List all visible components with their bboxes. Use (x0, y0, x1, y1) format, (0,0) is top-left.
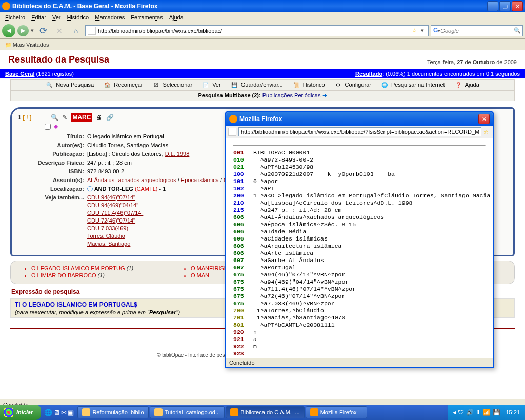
stop-button[interactable]: ✕ (52, 24, 67, 38)
related-link[interactable]: O LEGADO ISLAMICO EM PORTUG (31, 265, 125, 271)
find-icon[interactable]: 🔍 (51, 114, 58, 121)
related-link[interactable]: O LIMIAR DO BARROCO (31, 272, 96, 278)
action-toolbar: Nova Pesquisa Recomeçar Seleccionar Ver … (10, 79, 515, 91)
url-dropdown-icon[interactable]: ▾ (419, 27, 426, 34)
recomecar-button[interactable]: Recomeçar (102, 82, 145, 88)
menu-edit[interactable]: Editar (28, 13, 49, 22)
print-icon[interactable]: 🖨 (96, 114, 102, 121)
menu-file[interactable]: FFicheiroicheiro (2, 13, 28, 22)
page-date: Terça-feira, 27 de Outubro de 2009 (427, 59, 517, 65)
search-input[interactable] (440, 28, 512, 34)
marc-popup-window: Mozilla Firefox ✕ ☆ 001 BIBLIOPAC-000001… (225, 111, 494, 368)
multibase-row: Pesquisa Multibase (2): Publicações Peri… (10, 91, 515, 101)
minimize-button[interactable]: _ (487, 1, 498, 11)
task-item[interactable]: Tutorial_catalogo.od... (150, 406, 225, 418)
base-link[interactable]: Base Geral (5, 71, 34, 77)
popup-url-bar: ☆ (226, 126, 493, 138)
bookmarks-bar: Mais Visitados (0, 39, 525, 50)
bookmark-star-icon[interactable]: ☆ (410, 27, 419, 34)
taskbar: Iniciar 🌐 🖥 ✉ ▣ Reformulação_biblio Tuto… (0, 405, 525, 420)
task-item[interactable]: Mozilla Firefox (306, 406, 367, 418)
window-controls: _ ▢ ✕ (487, 1, 523, 11)
tray-icon[interactable]: 🛡 (458, 409, 464, 416)
edit-icon[interactable]: ✎ (62, 114, 67, 121)
ver-button[interactable]: Ver (200, 82, 223, 88)
menu-tools[interactable]: Ferramentas (128, 13, 166, 22)
home-button[interactable]: ⌂ (69, 24, 83, 38)
start-button[interactable]: Iniciar (0, 405, 41, 420)
page-title: Resultado da Pesquisa (8, 54, 109, 65)
tray-icon[interactable]: ⬆ (476, 409, 481, 416)
nav-dropdown[interactable]: ▾ (31, 27, 34, 34)
app-icon[interactable]: ▣ (68, 409, 74, 416)
related-link[interactable]: O MAN (191, 272, 209, 278)
nav-toolbar: ◀ ▶ ▾ ⟳ ✕ ⌂ ☆ ▾ ▾ 🔍 (0, 23, 525, 39)
page-icon (228, 128, 236, 136)
popup-titlebar: Mozilla Firefox ✕ (226, 112, 493, 126)
nova-pesquisa-button[interactable]: Nova Pesquisa (44, 82, 96, 88)
bookmark-star-icon[interactable]: ☆ (481, 129, 491, 135)
forward-button[interactable]: ▶ (17, 25, 29, 36)
marc-display: 001 BIBLIOPAC-000001010 ^a972-8493-00-20… (229, 142, 490, 355)
google-icon[interactable] (433, 27, 438, 35)
book-icon: ◆ (54, 123, 58, 130)
popup-close-button[interactable]: ✕ (478, 114, 490, 124)
menu-view[interactable]: Ver (49, 13, 64, 22)
maximize-button[interactable]: ▢ (499, 1, 511, 11)
task-item[interactable]: Reformulação_biblio (77, 406, 148, 418)
result-link[interactable]: Resultado (355, 71, 382, 77)
quick-launch: 🌐 🖥 ✉ ▣ (41, 409, 77, 416)
multibase-link[interactable]: Publicações Periódicas (262, 92, 321, 98)
page-icon (88, 27, 96, 35)
record-index: 1 [ ! ] (18, 114, 31, 121)
seleccionar-button[interactable]: Seleccionar (151, 82, 194, 88)
pesquisar-internet-button[interactable]: Pesquisar na Internet (379, 82, 447, 88)
ie-icon[interactable]: 🌐 (44, 409, 52, 416)
back-button[interactable]: ◀ (2, 24, 15, 37)
info-icon[interactable]: ⓘ (87, 186, 93, 192)
tray-icon[interactable]: 🔊 (466, 409, 474, 416)
historico-button[interactable]: Histórico (291, 82, 327, 88)
menu-bookmarks[interactable]: Marcadores (92, 13, 128, 22)
desktop-icon[interactable]: 🖥 (53, 409, 60, 416)
task-item[interactable]: Biblioteca do C.A.M. -... (226, 406, 305, 418)
guardar-button[interactable]: Guardar/enviar... (229, 82, 285, 88)
menu-help[interactable]: Ajuda (166, 13, 187, 22)
window-title: Biblioteca do C.A.M. - Base Geral - Mozi… (12, 3, 487, 10)
clock[interactable]: 15:21 (506, 409, 520, 415)
marc-icon[interactable]: MARC (71, 113, 92, 122)
reload-button[interactable]: ⟳ (36, 24, 50, 38)
ajuda-button[interactable]: Ajuda (453, 82, 481, 88)
result-header: Resultado da Pesquisa Terça-feira, 27 de… (0, 50, 525, 69)
record-checkbox[interactable] (45, 124, 51, 130)
close-button[interactable]: ✕ (512, 1, 523, 11)
menubar: FFicheiroicheiro Editar Ver Histórico Ma… (0, 12, 525, 23)
tray-icon[interactable]: 📶 (483, 409, 491, 416)
firefox-icon (229, 115, 237, 123)
url-input[interactable] (98, 28, 410, 34)
search-go-icon[interactable]: 🔍 (512, 27, 523, 34)
mail-icon[interactable]: ✉ (61, 409, 67, 416)
most-visited-folder[interactable]: Mais Visitados (3, 41, 51, 49)
titlebar: Biblioteca do C.A.M. - Base Geral - Mozi… (0, 0, 525, 12)
result-bar: Base Geral (1621 registos) Resultado: (0… (0, 69, 525, 78)
tray-icon[interactable]: 💾 (493, 409, 500, 416)
menu-history[interactable]: Histórico (64, 13, 92, 22)
system-tray: ◂ 🛡 🔊 ⬆ 📶 💾 15:21 (448, 405, 525, 420)
firefox-icon (2, 2, 10, 10)
search-box[interactable]: ▾ 🔍 (431, 25, 523, 36)
popup-url-input[interactable] (238, 127, 481, 136)
link-icon[interactable]: 🔗 (106, 114, 114, 121)
configurar-button[interactable]: Configurar (333, 82, 373, 88)
popup-title: Mozilla Firefox (239, 115, 478, 123)
url-bar[interactable]: ☆ ▾ (85, 25, 429, 36)
tray-icon[interactable]: ◂ (453, 409, 456, 416)
popup-status: Concluído (226, 358, 493, 367)
